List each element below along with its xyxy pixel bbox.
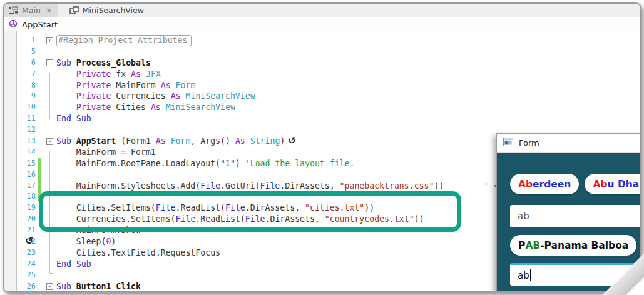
resumable-sub-icon: ↺ bbox=[25, 236, 33, 247]
code-line[interactable]: 10 Private Cities As MiniSearchView bbox=[4, 102, 640, 113]
collapse-region-icon[interactable]: - bbox=[46, 283, 53, 290]
form-title: Form bbox=[519, 138, 539, 148]
fold-guide bbox=[49, 72, 50, 119]
line-number: 26 bbox=[4, 281, 36, 292]
code-text: MainForm.Stylesheets.Add(File.GetUri(Fil… bbox=[56, 181, 518, 192]
line-number: 11 bbox=[4, 113, 36, 124]
line-number: 6 bbox=[4, 58, 36, 69]
code-line[interactable]: 8 Private MainForm As Form bbox=[4, 80, 640, 91]
line-number: 19 bbox=[4, 202, 36, 214]
city-suggestion-pill[interactable]: Abu Dhabi bbox=[585, 174, 641, 194]
code-text: MainForm.Show bbox=[56, 225, 141, 236]
line-number: 25 bbox=[4, 270, 36, 281]
code-line[interactable]: 6-Sub Process_Globals bbox=[4, 58, 640, 69]
tab-main[interactable]: Main × bbox=[4, 4, 58, 17]
expand-region-icon[interactable]: + bbox=[46, 38, 53, 44]
form-preview-window: Form AberdeenAbu Dhabi ab PAB-Panama Bal… bbox=[496, 133, 641, 292]
tab-main-label: Main bbox=[22, 6, 41, 15]
line-number: 5 bbox=[4, 46, 36, 58]
code-line[interactable]: 7 Private fx As JFX bbox=[4, 69, 640, 80]
line-number: 17 bbox=[4, 181, 36, 192]
module-icon bbox=[9, 6, 18, 14]
code-text: Private fx As JFX bbox=[56, 69, 161, 80]
code-text: Private MainForm As Form bbox=[56, 80, 195, 91]
line-number: 12 bbox=[4, 124, 36, 136]
code-text: Sub Process_Globals bbox=[56, 58, 151, 69]
collapse-region-icon[interactable]: - bbox=[46, 59, 53, 66]
current-sub-label: AppStart bbox=[22, 20, 58, 29]
change-bar bbox=[38, 191, 41, 202]
tab-bar: Main × MiniSearchView bbox=[4, 4, 640, 18]
code-text: Cities.SetItems(File.ReadList(File.DirAs… bbox=[56, 202, 374, 214]
line-number: 10 bbox=[4, 102, 36, 113]
window-icon bbox=[503, 137, 513, 149]
change-bar bbox=[38, 169, 41, 181]
fold-guide bbox=[49, 151, 50, 274]
line-number: 7 bbox=[4, 69, 36, 80]
line-number: 1 bbox=[4, 35, 36, 46]
city-search-value: ab bbox=[518, 211, 529, 222]
collapse-region-icon[interactable]: - bbox=[46, 138, 53, 145]
currency-suggestion-pill[interactable]: PAB-Panama Balboa bbox=[510, 235, 636, 256]
tab-minisearchview[interactable]: MiniSearchView bbox=[64, 4, 149, 17]
currency-search-value: ab bbox=[518, 270, 529, 281]
line-number: 8 bbox=[4, 80, 36, 91]
line-number: 16 bbox=[4, 169, 36, 181]
form-body: AberdeenAbu Dhabi ab PAB-Panama BalboaS … bbox=[497, 152, 641, 292]
code-text: Cities.TextField.RequestFocus bbox=[56, 248, 220, 259]
tab-minisearchview-label: MiniSearchView bbox=[83, 6, 144, 15]
line-number: 18 bbox=[4, 191, 36, 202]
sub-wheel-icon bbox=[9, 19, 18, 31]
city-search-input[interactable]: ab bbox=[510, 205, 641, 228]
code-text: Private Currencies As MiniSearchView bbox=[56, 91, 255, 102]
code-line[interactable]: 5 bbox=[4, 46, 640, 58]
change-bar bbox=[38, 158, 41, 169]
city-suggestions-row: AberdeenAbu Dhabi bbox=[510, 174, 641, 194]
method-navigator[interactable]: AppStart bbox=[4, 18, 640, 31]
code-text: End Sub bbox=[56, 259, 91, 270]
code-text: Sub AppStart (Form1 As Form, Args() As S… bbox=[56, 136, 296, 147]
form-title-bar[interactable]: Form bbox=[497, 134, 641, 152]
code-text: Private Cities As MiniSearchView bbox=[56, 102, 235, 113]
line-number: 24 bbox=[4, 259, 36, 270]
line-number: 13 bbox=[4, 136, 36, 147]
resumable-sub-icon: ↺ bbox=[288, 135, 296, 146]
line-number: 15 bbox=[4, 158, 36, 169]
code-text: Sub Button1_Click bbox=[56, 281, 141, 292]
code-text: MainForm = Form1 bbox=[56, 147, 156, 158]
code-text: MainForm.RootPane.LoadLayout("1") 'Load … bbox=[56, 158, 354, 169]
code-text: Sleep(0) bbox=[56, 236, 116, 248]
line-number: 14 bbox=[4, 147, 36, 158]
close-tab-icon[interactable]: × bbox=[46, 6, 53, 15]
text-caret bbox=[530, 269, 531, 281]
code-line[interactable]: 1+#Region Project Attributes bbox=[4, 35, 640, 46]
code-line[interactable]: 11End Sub bbox=[4, 113, 640, 124]
line-number: 23 bbox=[4, 248, 36, 259]
line-number: 9 bbox=[4, 91, 36, 102]
change-bar bbox=[38, 181, 41, 192]
layout-icon bbox=[69, 6, 79, 14]
collapsed-region-box[interactable]: #Region Project Attributes bbox=[56, 35, 192, 46]
code-text: #Region Project Attributes bbox=[56, 35, 192, 46]
city-suggestion-pill[interactable]: Aberdeen bbox=[510, 174, 579, 194]
code-text: End Sub bbox=[56, 113, 91, 124]
code-text: Currencies.SetItems(File.ReadList(File.D… bbox=[56, 214, 424, 225]
ide-window: Main × MiniSearchView AppStart bbox=[3, 2, 641, 292]
line-number: 20 bbox=[4, 214, 36, 225]
currency-suggestions-row: PAB-Panama BalboaS bbox=[510, 235, 641, 256]
code-line[interactable]: 9 Private Currencies As MiniSearchView bbox=[4, 91, 640, 102]
